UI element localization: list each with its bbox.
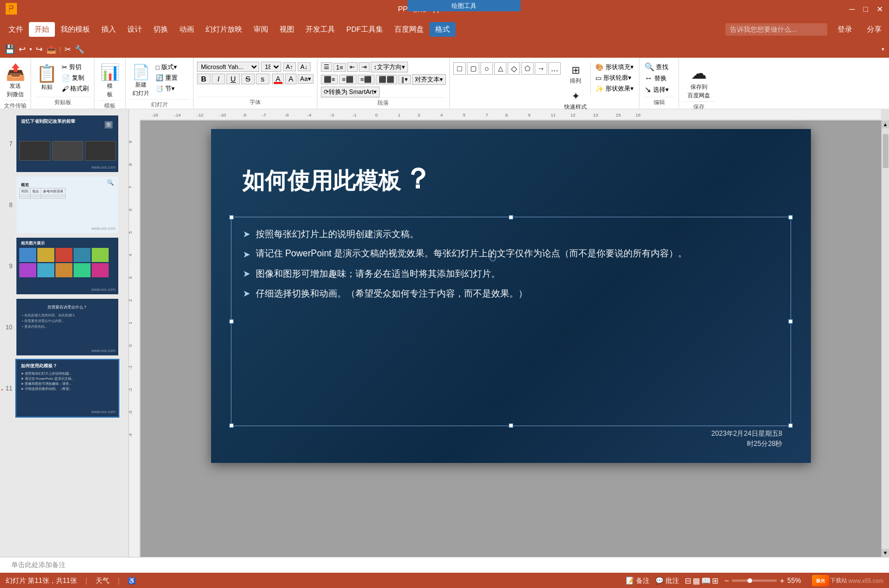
menu-pdf[interactable]: PDF工具集: [341, 22, 389, 37]
menu-developer[interactable]: 开发工具: [300, 22, 341, 37]
font-color-btn[interactable]: A: [272, 74, 284, 84]
save-btn[interactable]: 💾: [5, 44, 15, 54]
restore-btn[interactable]: □: [864, 5, 868, 14]
shape-outline-btn[interactable]: ▭ 形状轮廓▾: [594, 73, 635, 83]
shape-circle[interactable]: ○: [480, 62, 493, 75]
redo-btn[interactable]: ↪: [36, 44, 43, 54]
view-reading-btn[interactable]: 📖: [701, 576, 711, 585]
align-center-btn[interactable]: ≡⬛: [339, 75, 356, 84]
slide-panel[interactable]: 7 图 追忆下省到院记改革的前辈 www.xxx.com: [0, 109, 129, 557]
cut-btn[interactable]: ✂ 剪切: [60, 62, 91, 72]
text-highlight-btn[interactable]: A: [285, 74, 297, 84]
char-spacing-btn[interactable]: Aa▾: [298, 74, 313, 84]
qa-btn2[interactable]: ✂: [65, 45, 71, 54]
close-btn[interactable]: ✕: [877, 5, 883, 14]
menu-baidu[interactable]: 百度网盘: [389, 22, 430, 37]
slide-thumb-7[interactable]: 7 图 追忆下省到院记改革的前辈 www.xxx.com: [0, 114, 128, 173]
select-btn[interactable]: ↘ 选择▾: [643, 84, 671, 95]
undo-dropdown[interactable]: ▾: [29, 46, 32, 52]
shape-rounded[interactable]: ▢: [467, 62, 479, 75]
text-dir-btn[interactable]: ↕文字方向▾: [371, 62, 408, 72]
slide-thumb-9[interactable]: 9 相关图片展示: [0, 237, 128, 295]
handle-ml[interactable]: [229, 319, 234, 324]
scroll-thumb[interactable]: [883, 134, 888, 168]
font-shrink-btn[interactable]: A↓: [298, 62, 311, 71]
section-btn[interactable]: 📑 节▾: [154, 84, 179, 93]
italic-btn[interactable]: I: [212, 74, 225, 84]
font-name-select[interactable]: Microsoft Yah...: [197, 62, 259, 72]
menu-file[interactable]: 文件: [3, 22, 29, 37]
slide-thumb-8[interactable]: 8 🔍 概览 时间地点参考内容清单 www.xxx.com: [0, 175, 128, 234]
comments-btn[interactable]: 💬 批注: [655, 576, 679, 586]
zoom-out-btn[interactable]: −: [724, 576, 729, 585]
zoom-slider[interactable]: [732, 580, 777, 582]
save-baidu-btn[interactable]: ☁ 保存到 百度网盘: [686, 62, 712, 101]
qa-btn1[interactable]: 📤: [46, 45, 56, 54]
handle-mr[interactable]: [788, 319, 793, 324]
shape-more[interactable]: …: [548, 62, 561, 75]
qa-dropdown[interactable]: ▾: [882, 46, 884, 52]
shape-rect[interactable]: □: [453, 62, 466, 75]
copy-btn[interactable]: 📄 复制: [60, 73, 91, 83]
view-presentation-btn[interactable]: ⊞: [712, 576, 719, 585]
align-left-btn[interactable]: ⬛≡: [321, 75, 338, 84]
notes-btn[interactable]: 📝 备注: [626, 576, 650, 586]
shape-arrow[interactable]: →: [535, 62, 547, 75]
handle-br[interactable]: [788, 423, 793, 428]
justify-btn[interactable]: ⬛⬛: [376, 75, 397, 84]
handle-tr[interactable]: [788, 215, 793, 220]
scroll-down-btn[interactable]: ▼: [882, 549, 890, 557]
underline-btn[interactable]: U: [226, 74, 240, 84]
list-bullet-btn[interactable]: ☰: [321, 62, 332, 72]
vertical-scrollbar[interactable]: ▲ ▼: [881, 121, 889, 557]
send-to-wechat-btn[interactable]: 📤 发送 到微信: [4, 62, 27, 100]
view-slide-btn[interactable]: ▦: [693, 576, 700, 585]
menu-design[interactable]: 设计: [122, 22, 148, 37]
indent-decrease-btn[interactable]: ⇤: [347, 62, 358, 72]
bold-btn[interactable]: B: [197, 74, 211, 84]
slide-thumb-10[interactable]: 10 您需要告诉受众什么？ • 在此处键入您的内容。在此处键入 • 您需要告诉受…: [0, 298, 128, 357]
reset-btn[interactable]: 🔄 重置: [154, 73, 179, 83]
zoom-in-btn[interactable]: +: [780, 576, 784, 585]
qa-btn3[interactable]: 🔧: [75, 45, 84, 54]
font-grow-btn[interactable]: A↑: [283, 62, 296, 71]
replace-btn[interactable]: ↔ 替换: [643, 73, 668, 83]
slide-title[interactable]: 如何使用此模板 ？: [242, 160, 432, 198]
menu-mytemplate[interactable]: 我的模板: [55, 22, 96, 37]
minimize-btn[interactable]: ─: [849, 5, 855, 14]
menu-format[interactable]: 格式: [430, 22, 456, 37]
menu-review[interactable]: 审阅: [248, 22, 274, 37]
handle-bl[interactable]: [229, 423, 234, 428]
template-btn[interactable]: 📊 模 板: [98, 62, 122, 100]
shadow-btn[interactable]: s: [256, 74, 269, 84]
login-btn[interactable]: 登录: [833, 22, 857, 37]
text-box-selected[interactable]: ➤ 按照每张幻灯片上的说明创建演示文稿。 ➤ 请记住 PowerPoint 是演…: [231, 217, 791, 426]
slide-canvas-area[interactable]: 如何使用此模板 ？ ↻: [140, 121, 881, 557]
columns-btn[interactable]: ‖▾: [398, 75, 411, 84]
menu-slideshow[interactable]: 幻灯片放映: [200, 22, 248, 37]
align-text-btn[interactable]: 对齐文本▾: [412, 74, 446, 85]
notes-bar[interactable]: 单击此处添加备注: [0, 557, 889, 573]
new-slide-btn[interactable]: 📄 新建 幻灯片: [129, 62, 153, 99]
font-size-select[interactable]: 18: [261, 62, 281, 72]
undo-btn[interactable]: ↩: [19, 44, 26, 54]
search-input[interactable]: [725, 23, 827, 36]
menu-view[interactable]: 视图: [274, 22, 300, 37]
indent-increase-btn[interactable]: ⇥: [359, 62, 370, 72]
handle-tl[interactable]: [229, 215, 234, 220]
menu-insert[interactable]: 插入: [96, 22, 122, 37]
paste-btn[interactable]: 📋 粘贴: [35, 62, 59, 93]
view-normal-btn[interactable]: ⊟: [685, 576, 692, 585]
menu-animations[interactable]: 动画: [174, 22, 200, 37]
list-number-btn[interactable]: 1≡: [333, 63, 346, 72]
share-btn[interactable]: 分享: [862, 22, 886, 37]
shape-effect-btn[interactable]: ✨ 形状效果▾: [594, 84, 635, 93]
shape-triangle[interactable]: △: [494, 62, 506, 75]
align-right-btn[interactable]: ≡⬛: [358, 75, 375, 84]
strikethrough-btn[interactable]: S: [241, 74, 255, 84]
convert-smartart-btn[interactable]: ⟳转换为 SmartArt▾: [321, 87, 380, 97]
window-controls[interactable]: ─ □ ✕: [849, 5, 883, 14]
scroll-up-btn[interactable]: ▲: [882, 121, 890, 128]
shape-diamond[interactable]: ◇: [508, 62, 520, 75]
handle-tm[interactable]: [509, 215, 513, 220]
